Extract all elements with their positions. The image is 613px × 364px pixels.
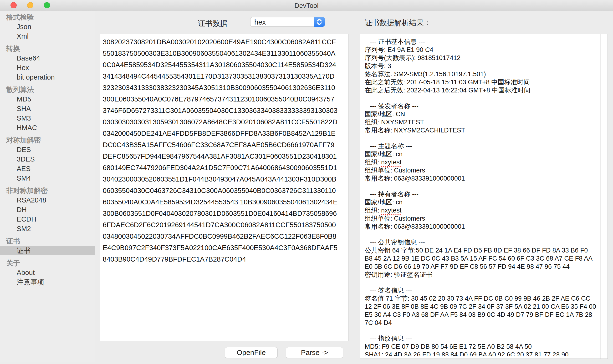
sidebar-item-3des[interactable]: 3DES bbox=[0, 154, 95, 164]
result-section-heading: --- 签名信息 --- bbox=[365, 286, 597, 294]
app-window: DevTool 格式检验 Json Xml 转换 Base64 Hex bit … bbox=[0, 0, 613, 364]
window-bottom-edge bbox=[0, 362, 613, 364]
sidebar-section-format-check: 格式检验 Json Xml bbox=[0, 13, 95, 41]
sidebar-item-sm2[interactable]: SM2 bbox=[0, 224, 95, 234]
scrollbar-track[interactable] bbox=[600, 34, 608, 359]
result-line: 序列号: E4 9A E1 90 C4 bbox=[365, 46, 597, 54]
sidebar-item-about[interactable]: About bbox=[0, 268, 95, 277]
result-line: 版本号: 3 bbox=[365, 62, 597, 70]
result-section-heading: --- 主题名称 --- bbox=[365, 142, 597, 150]
sidebar-section-symmetric: 对称加解密 DES 3DES AES SM4 bbox=[0, 135, 95, 183]
certificate-data-label: 证书数据 bbox=[198, 19, 227, 29]
result-line: 签名算法: SM2-SM3(1.2.156.10197.1.501) bbox=[365, 70, 597, 78]
scrollbar-track[interactable] bbox=[341, 34, 348, 341]
sidebar-section-header: 非对称加解密 bbox=[0, 186, 95, 195]
result-line: 组织: nxytest bbox=[365, 158, 597, 166]
result-line: 常用名称: 063@833391000000001 bbox=[365, 174, 597, 182]
open-file-button[interactable]: OpenFile bbox=[225, 347, 278, 358]
sidebar-item-base64[interactable]: Base64 bbox=[0, 53, 95, 63]
sidebar: 格式检验 Json Xml 转换 Base64 Hex bit operatio… bbox=[0, 11, 95, 362]
sidebar-section-header: 转换 bbox=[0, 44, 95, 53]
result-section-signature: --- 签名信息 --- 签名值 71 字节: 30 45 02 20 30 7… bbox=[365, 286, 597, 327]
parse-result-view: --- 证书基本信息 --- 序列号: E4 9A E1 90 C4 序列号(大… bbox=[360, 34, 608, 359]
sidebar-item-md5[interactable]: MD5 bbox=[0, 94, 95, 104]
result-line: 签名值 71 字节: 30 45 02 20 30 73 4A FF DC 0B… bbox=[365, 294, 597, 327]
result-line: 序列号(大数表示): 981851017412 bbox=[365, 54, 597, 62]
sidebar-item-sha[interactable]: SHA bbox=[0, 104, 95, 113]
sidebar-item-sm4[interactable]: SM4 bbox=[0, 173, 95, 183]
certificate-hex-text[interactable]: 30820237308201DBA003020102020600E49AE190… bbox=[103, 36, 338, 339]
result-section-heading: --- 持有者名称 --- bbox=[365, 190, 597, 198]
result-line: 组织单位: Customers bbox=[365, 166, 597, 174]
sidebar-item-xml[interactable]: Xml bbox=[0, 31, 95, 41]
sidebar-section-header: 关于 bbox=[0, 258, 95, 268]
result-line: 在此之前无效: 2017-05-18 15:11:03 GMT+8 中国标准时间 bbox=[365, 78, 597, 86]
panel-divider bbox=[354, 11, 354, 362]
format-select-value: hex bbox=[254, 18, 266, 26]
result-line: 国家/地区: cn bbox=[365, 198, 597, 206]
sidebar-item-des[interactable]: DES bbox=[0, 145, 95, 154]
sidebar-section-asymmetric: 非对称加解密 RSA2048 DH ECDH SM2 bbox=[0, 186, 95, 234]
sidebar-item-hmac[interactable]: HMAC bbox=[0, 123, 95, 132]
result-section-subject: --- 主题名称 --- 国家/地区: cn 组织: nxytest 组织单位:… bbox=[365, 142, 597, 182]
result-section-heading: --- 签发者名称 --- bbox=[365, 102, 597, 110]
result-section-public-key: --- 公共密钥信息 --- 公共密钥 64 字节:50 DE 24 1A E4… bbox=[365, 238, 597, 279]
window-title: DevTool bbox=[0, 2, 613, 10]
result-line: 组织单位: Customers bbox=[365, 214, 597, 222]
result-line: 常用名称: 063@833391000000001 bbox=[365, 222, 597, 231]
sidebar-section-hash: 散列算法 MD5 SHA SM3 HMAC bbox=[0, 85, 95, 132]
result-section-heading: --- 证书基本信息 --- bbox=[365, 38, 597, 46]
sidebar-item-certificate[interactable]: 证书 bbox=[0, 246, 95, 255]
result-section-holder: --- 持有者名称 --- 国家/地区: cn 组织: nxytest 组织单位… bbox=[365, 190, 597, 231]
result-line: 国家/地区: cn bbox=[365, 150, 597, 158]
sidebar-item-rsa2048[interactable]: RSA2048 bbox=[0, 195, 95, 205]
misspelled-word: nxytest bbox=[381, 207, 402, 214]
result-section-heading: --- 指纹信息 --- bbox=[365, 335, 597, 343]
sidebar-section-header: 对称加解密 bbox=[0, 135, 95, 145]
result-line: MD5: F9 CE 07 D9 DB 80 54 6E E1 72 5E A0… bbox=[365, 343, 597, 351]
sidebar-section-certificate: 证书 证书 bbox=[0, 236, 95, 255]
result-line-label: 组织: bbox=[365, 207, 381, 214]
sidebar-section-header: 散列算法 bbox=[0, 85, 95, 94]
sidebar-item-aes[interactable]: AES bbox=[0, 164, 95, 173]
sidebar-item-dh[interactable]: DH bbox=[0, 205, 95, 214]
misspelled-word: nxytest bbox=[381, 159, 402, 166]
sidebar-section-header: 格式检验 bbox=[0, 13, 95, 22]
result-line: 公共密钥 64 字节:50 DE 24 1A E4 FD D5 FB 8D EF… bbox=[365, 246, 597, 271]
sidebar-item-json[interactable]: Json bbox=[0, 22, 95, 31]
sidebar-item-ecdh[interactable]: ECDH bbox=[0, 214, 95, 224]
titlebar[interactable]: DevTool bbox=[0, 0, 613, 11]
sidebar-item-notes[interactable]: 注意事项 bbox=[0, 277, 95, 287]
result-line: 在此之后无效: 2022-04-13 16:22:04 GMT+8 中国标准时间 bbox=[365, 86, 597, 94]
parse-result-content: --- 证书基本信息 --- 序列号: E4 9A E1 90 C4 序列号(大… bbox=[365, 38, 597, 356]
sidebar-section-header: 证书 bbox=[0, 236, 95, 246]
result-line: 常用名称: NXYSM2CACHILDTEST bbox=[365, 126, 597, 134]
result-section-issuer: --- 签发者名称 --- 国家/地区: CN 组织: NXYSM2TEST 常… bbox=[365, 102, 597, 134]
result-line: 组织: NXYSM2TEST bbox=[365, 118, 597, 126]
sidebar-section-convert: 转换 Base64 Hex bit operation bbox=[0, 44, 95, 82]
result-line-label: 组织: bbox=[365, 159, 381, 166]
result-line: 密钥用途: 验证签名证书 bbox=[365, 271, 597, 279]
result-title: 证书数据解析结果： bbox=[365, 18, 431, 28]
sidebar-section-about: 关于 About 注意事项 bbox=[0, 258, 95, 287]
result-line: 国家/地区: CN bbox=[365, 110, 597, 118]
certificate-hex-textarea[interactable]: 30820237308201DBA003020102020600E49AE190… bbox=[100, 34, 348, 341]
result-line: SHA1: 24 4D 3A 26 FD 19 83 84 D0 69 BA A… bbox=[365, 351, 597, 356]
sidebar-item-hex[interactable]: Hex bbox=[0, 63, 95, 72]
result-section-heading: --- 公共密钥信息 --- bbox=[365, 238, 597, 246]
parse-button[interactable]: Parse -> bbox=[286, 347, 343, 358]
result-line: 组织: nxytest bbox=[365, 206, 597, 214]
sidebar-item-sm3[interactable]: SM3 bbox=[0, 113, 95, 123]
sidebar-item-bit-operation[interactable]: bit operation bbox=[0, 72, 95, 82]
result-section-fingerprint: --- 指纹信息 --- MD5: F9 CE 07 D9 DB 80 54 6… bbox=[365, 335, 597, 356]
chevron-updown-icon bbox=[314, 17, 325, 27]
result-section-basic-info: --- 证书基本信息 --- 序列号: E4 9A E1 90 C4 序列号(大… bbox=[365, 38, 597, 94]
format-select[interactable]: hex bbox=[250, 17, 325, 27]
